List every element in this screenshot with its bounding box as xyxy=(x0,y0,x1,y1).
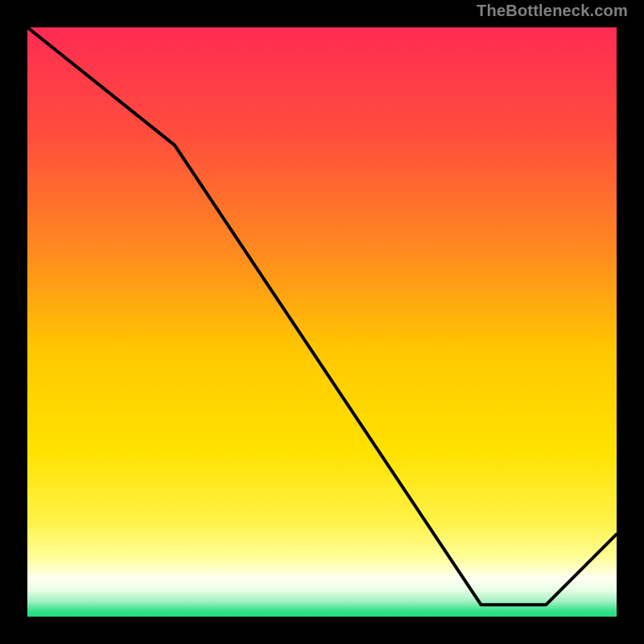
plot-area xyxy=(27,27,617,617)
attribution-label: TheBottleneck.com xyxy=(477,2,628,20)
chart-stage: TheBottleneck.com xyxy=(0,0,644,644)
curve-layer xyxy=(27,27,617,617)
bottleneck-curve xyxy=(27,27,617,605)
plot-frame xyxy=(24,24,620,620)
